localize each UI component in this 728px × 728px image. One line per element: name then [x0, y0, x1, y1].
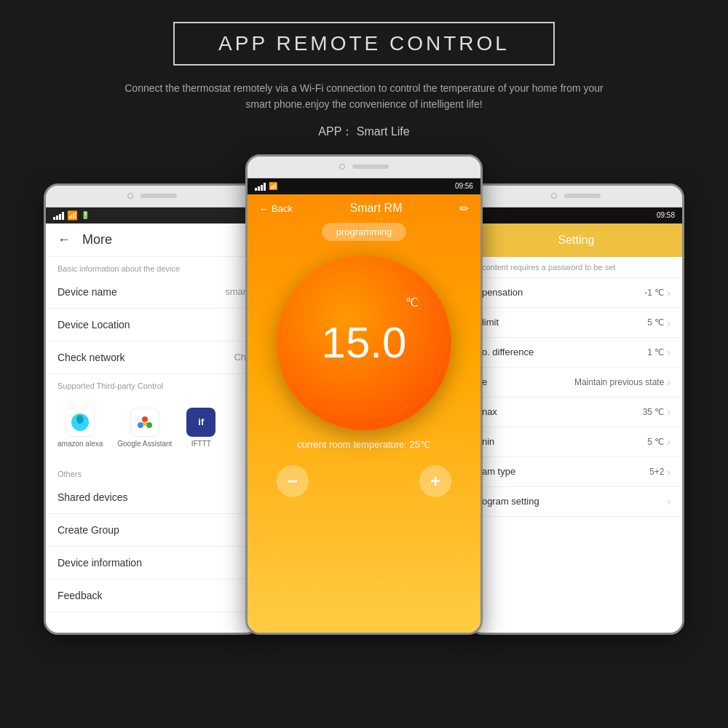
phone-center: 📶 09:56 ← Back Smart RM ✏ programming [245, 154, 483, 635]
section-third-party-label: Supported Third-party Control [46, 374, 258, 393]
alexa-icon-container[interactable]: amazon alexa [58, 408, 103, 448]
chevron-3: › [667, 376, 670, 388]
right-status-bar: 09:58 [470, 207, 682, 223]
description-line1: Connect the thermostat remotely via a Wi… [124, 82, 604, 94]
phone-right-speaker [564, 194, 601, 198]
setting-item-4-label: nax [482, 406, 497, 417]
left-status-bar: 📶 🔋 [46, 207, 258, 223]
phone-left-top-bar [46, 186, 258, 207]
device-location-label: Device Location [58, 319, 130, 331]
temperature-display: 15.0 [322, 321, 407, 365]
chevron-1: › [667, 317, 670, 328]
svg-point-4 [138, 422, 143, 428]
setting-item-0[interactable]: pensation -1 ℃ › [470, 278, 682, 308]
phone-center-top-bar [248, 157, 480, 178]
phone-center-speaker [352, 165, 389, 169]
page-wrapper: APP REMOTE CONTROL Connect the thermosta… [0, 0, 728, 728]
setting-item-6[interactable]: am type 5+2 › [470, 457, 682, 487]
phones-container: 📶 🔋 ← More Basic information about the d… [44, 154, 684, 713]
setting-item-1[interactable]: limit 5 ℃ › [470, 308, 682, 338]
setting-item-4-value: 35 ℃ [643, 407, 665, 417]
menu-item-shared-devices[interactable]: Shared devices [46, 481, 258, 514]
google-icon [130, 408, 159, 437]
setting-item-6-label: am type [482, 466, 515, 477]
setting-item-4[interactable]: nax 35 ℃ › [470, 397, 682, 427]
title-box: APP REMOTE CONTROL [173, 22, 555, 66]
alexa-icon [66, 408, 95, 437]
setting-item-0-value: -1 ℃ [644, 288, 664, 298]
third-party-section: amazon alexa [46, 393, 258, 462]
menu-item-feedback[interactable]: Feedback [46, 579, 258, 612]
setting-item-3[interactable]: e Maintain previous state › [470, 368, 682, 397]
shared-devices-label: Shared devices [58, 491, 128, 503]
menu-item-create-group[interactable]: Create Group [46, 514, 258, 547]
center-status-bar: 📶 09:56 [248, 178, 480, 194]
plus-button[interactable]: + [419, 465, 451, 497]
setting-item-5-label: nin [482, 436, 494, 447]
battery-left: 🔋 [81, 211, 90, 219]
left-header: ← More [46, 223, 258, 257]
signal-bars-center [255, 182, 266, 191]
google-icon-container[interactable]: Google Assistant [117, 408, 172, 448]
chevron-7: › [667, 496, 670, 507]
minus-button[interactable]: − [277, 465, 309, 497]
back-arrow-left[interactable]: ← [58, 232, 71, 248]
right-header: Setting [470, 223, 682, 257]
wifi-icon-center: 📶 [269, 182, 277, 190]
setting-item-1-right: 5 ℃ › [647, 317, 670, 328]
menu-item-device-location[interactable]: Device Location [46, 309, 258, 341]
programming-btn[interactable]: programming [322, 223, 407, 241]
svg-point-2 [142, 416, 148, 422]
more-title: More [82, 232, 112, 248]
setting-item-5-value: 5 ℃ [647, 437, 664, 447]
menu-item-check-network[interactable]: Check network Ch [46, 341, 258, 374]
center-screen: 📶 09:56 ← Back Smart RM ✏ programming [248, 178, 480, 633]
signal-bars-left [53, 211, 64, 220]
setting-item-6-value: 5+2 [649, 467, 664, 477]
setting-item-5[interactable]: nin 5 ℃ › [470, 427, 682, 457]
programming-container: programming [248, 223, 480, 248]
google-label: Google Assistant [117, 440, 172, 448]
setting-item-6-right: 5+2 › [649, 466, 670, 478]
svg-point-1 [76, 415, 84, 424]
setting-item-3-value: Maintain previous state [574, 377, 664, 387]
setting-item-1-label: limit [482, 317, 499, 328]
chevron-5: › [667, 436, 670, 448]
phone-left: 📶 🔋 ← More Basic information about the d… [44, 183, 260, 635]
thermostat-circle: 15.0 ℃ [277, 256, 451, 430]
edit-icon[interactable]: ✏ [459, 202, 469, 215]
back-btn-center[interactable]: ← Back [259, 203, 293, 214]
right-content: content requires a password to be set pe… [470, 257, 682, 633]
check-network-value: Ch [234, 352, 246, 363]
phone-center-camera [339, 164, 345, 170]
smart-rm-title: Smart RM [349, 202, 402, 215]
left-content: Basic information about the device Devic… [46, 257, 258, 633]
chevron-0: › [667, 287, 670, 298]
third-party-icons: amazon alexa [58, 400, 246, 455]
setting-title: Setting [558, 234, 595, 246]
menu-item-device-info[interactable]: Device information [46, 547, 258, 579]
setting-item-2[interactable]: o. difference 1 ℃ › [470, 338, 682, 368]
current-room-temp: current room temperature: 25℃ [297, 439, 431, 450]
create-group-label: Create Group [58, 524, 119, 536]
ifttt-icon-container[interactable]: if IFTTT [186, 408, 215, 448]
menu-item-device-name[interactable]: Device name smar [46, 276, 258, 309]
description-line2: smart phone.enjoy the convenience of int… [245, 98, 482, 110]
back-label-center: Back [272, 203, 293, 214]
check-network-label: Check network [58, 352, 125, 363]
svg-point-5 [143, 422, 147, 426]
setting-item-2-value: 1 ℃ [647, 347, 664, 357]
chevron-6: › [667, 466, 670, 478]
alexa-label: amazon alexa [58, 440, 103, 448]
setting-item-7[interactable]: ogram setting › [470, 487, 682, 517]
section-others-label: Others [46, 462, 258, 481]
temp-unit: ℃ [405, 296, 419, 309]
left-screen: 📶 🔋 ← More Basic information about the d… [46, 207, 258, 633]
center-header: ← Back Smart RM ✏ [248, 194, 480, 223]
right-time: 09:58 [657, 211, 675, 219]
setting-item-2-label: o. difference [482, 347, 534, 357]
phone-left-camera [127, 193, 133, 199]
chevron-4: › [667, 406, 670, 418]
svg-point-3 [146, 422, 152, 428]
setting-item-3-label: e [482, 376, 487, 387]
